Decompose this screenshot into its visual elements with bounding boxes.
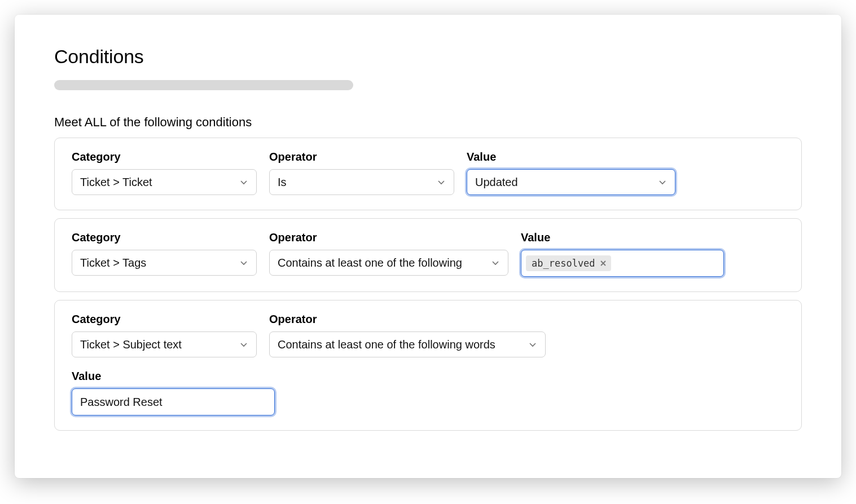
field-operator: Operator Contains at least one of the fo… <box>269 231 508 276</box>
chevron-down-icon <box>239 340 248 349</box>
label-value: Value <box>521 231 724 244</box>
chevron-down-icon <box>437 178 446 187</box>
value-select-value: Updated <box>475 176 518 189</box>
label-operator: Operator <box>269 313 546 326</box>
field-category: Category Ticket > Tags <box>72 231 257 276</box>
tag-text: ab_resolved <box>532 258 595 269</box>
conditions-panel: Conditions Meet ALL of the following con… <box>15 15 841 478</box>
value-select[interactable]: Updated <box>467 169 675 195</box>
field-value: Value Password Reset <box>72 370 784 415</box>
value-tag-input[interactable]: ab_resolved <box>521 250 724 277</box>
field-operator: Operator Contains at least one of the fo… <box>269 313 546 357</box>
description-placeholder <box>54 80 353 90</box>
label-category: Category <box>72 313 257 326</box>
field-category: Category Ticket > Ticket <box>72 151 257 195</box>
category-select-value: Ticket > Subject text <box>80 338 182 351</box>
category-select[interactable]: Ticket > Subject text <box>72 331 257 357</box>
remove-tag-button[interactable] <box>600 260 607 267</box>
category-select[interactable]: Ticket > Tags <box>72 250 257 276</box>
condition-row: Category Ticket > Tags Operator Contains… <box>54 218 802 292</box>
chevron-down-icon <box>239 258 248 267</box>
label-operator: Operator <box>269 231 508 244</box>
chevron-down-icon <box>239 178 248 187</box>
chevron-down-icon <box>658 178 667 187</box>
value-text-input[interactable]: Password Reset <box>72 388 275 415</box>
condition-row: Category Ticket > Ticket Operator Is <box>54 138 802 210</box>
label-value: Value <box>467 151 675 163</box>
label-value: Value <box>72 370 784 383</box>
category-select-value: Ticket > Tags <box>80 257 146 269</box>
section-label: Meet ALL of the following conditions <box>54 115 802 130</box>
label-category: Category <box>72 231 257 244</box>
operator-select-value: Contains at least one of the following w… <box>278 338 495 351</box>
label-operator: Operator <box>269 151 454 163</box>
field-category: Category Ticket > Subject text <box>72 313 257 357</box>
tag-pill: ab_resolved <box>526 255 611 271</box>
condition-row: Category Ticket > Subject text Operator … <box>54 300 802 431</box>
field-operator: Operator Is <box>269 151 454 195</box>
category-select[interactable]: Ticket > Ticket <box>72 169 257 195</box>
operator-select[interactable]: Is <box>269 169 454 195</box>
operator-select-value: Is <box>278 176 287 189</box>
page-title: Conditions <box>54 46 802 68</box>
page-root: Conditions Meet ALL of the following con… <box>0 0 856 504</box>
field-value: Value ab_resolved <box>521 231 724 277</box>
chevron-down-icon <box>528 340 537 349</box>
operator-select-value: Contains at least one of the following <box>278 257 462 269</box>
operator-select[interactable]: Contains at least one of the following w… <box>269 331 546 357</box>
value-text: Password Reset <box>80 396 163 409</box>
chevron-down-icon <box>491 258 500 267</box>
field-value: Value Updated <box>467 151 675 195</box>
category-select-value: Ticket > Ticket <box>80 176 152 189</box>
operator-select[interactable]: Contains at least one of the following <box>269 250 508 276</box>
label-category: Category <box>72 151 257 163</box>
